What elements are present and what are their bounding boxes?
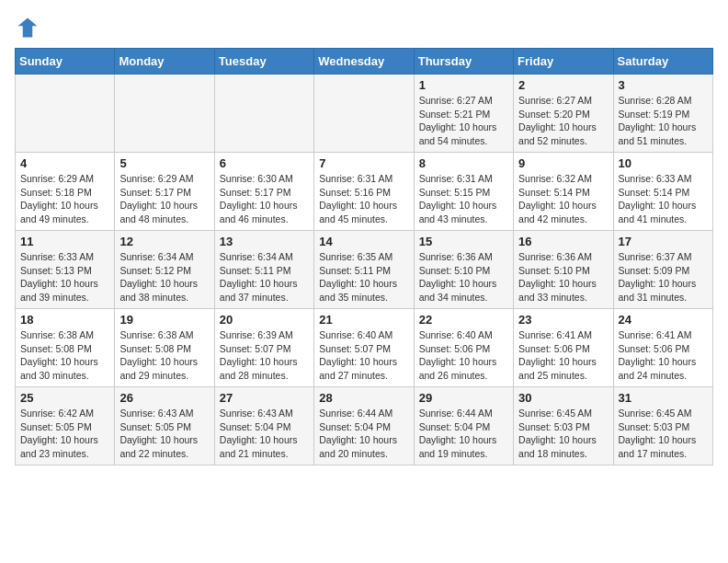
calendar-cell: 16Sunrise: 6:36 AM Sunset: 5:10 PM Dayli… bbox=[514, 231, 613, 309]
day-info: Sunrise: 6:43 AM Sunset: 5:04 PM Dayligh… bbox=[220, 407, 309, 461]
day-info: Sunrise: 6:41 AM Sunset: 5:06 PM Dayligh… bbox=[518, 328, 608, 383]
day-info: Sunrise: 6:43 AM Sunset: 5:05 PM Dayligh… bbox=[119, 407, 209, 461]
calendar-cell bbox=[16, 75, 115, 153]
calendar-cell: 6Sunrise: 6:30 AM Sunset: 5:17 PM Daylig… bbox=[214, 153, 313, 231]
day-number: 15 bbox=[419, 235, 508, 248]
calendar-cell: 10Sunrise: 6:33 AM Sunset: 5:14 PM Dayli… bbox=[613, 153, 712, 231]
day-number: 25 bbox=[20, 391, 109, 405]
calendar-cell: 7Sunrise: 6:31 AM Sunset: 5:16 PM Daylig… bbox=[314, 153, 414, 231]
day-info: Sunrise: 6:35 AM Sunset: 5:11 PM Dayligh… bbox=[319, 250, 408, 304]
calendar-cell: 20Sunrise: 6:39 AM Sunset: 5:07 PM Dayli… bbox=[214, 309, 313, 387]
day-info: Sunrise: 6:39 AM Sunset: 5:07 PM Dayligh… bbox=[220, 328, 309, 383]
calendar-cell: 30Sunrise: 6:45 AM Sunset: 5:03 PM Dayli… bbox=[514, 387, 613, 465]
calendar-cell: 17Sunrise: 6:37 AM Sunset: 5:09 PM Dayli… bbox=[613, 231, 712, 309]
calendar-cell: 23Sunrise: 6:41 AM Sunset: 5:06 PM Dayli… bbox=[514, 309, 613, 387]
calendar-cell: 18Sunrise: 6:38 AM Sunset: 5:08 PM Dayli… bbox=[16, 309, 115, 387]
logo bbox=[15, 15, 44, 40]
day-number: 8 bbox=[419, 156, 508, 170]
page-header bbox=[15, 15, 713, 40]
day-number: 24 bbox=[619, 313, 708, 327]
calendar-cell: 11Sunrise: 6:33 AM Sunset: 5:13 PM Dayli… bbox=[16, 231, 115, 309]
calendar-cell: 28Sunrise: 6:44 AM Sunset: 5:04 PM Dayli… bbox=[314, 387, 414, 465]
calendar-cell: 25Sunrise: 6:42 AM Sunset: 5:05 PM Dayli… bbox=[16, 387, 115, 465]
day-number: 16 bbox=[518, 235, 608, 248]
day-info: Sunrise: 6:27 AM Sunset: 5:21 PM Dayligh… bbox=[419, 94, 508, 148]
calendar-cell bbox=[115, 75, 214, 153]
day-info: Sunrise: 6:34 AM Sunset: 5:11 PM Dayligh… bbox=[220, 250, 309, 304]
day-info: Sunrise: 6:36 AM Sunset: 5:10 PM Dayligh… bbox=[518, 250, 608, 304]
calendar-cell: 2Sunrise: 6:27 AM Sunset: 5:20 PM Daylig… bbox=[514, 75, 613, 153]
day-number: 28 bbox=[319, 391, 408, 405]
day-info: Sunrise: 6:29 AM Sunset: 5:17 PM Dayligh… bbox=[119, 172, 209, 226]
day-info: Sunrise: 6:34 AM Sunset: 5:12 PM Dayligh… bbox=[119, 250, 209, 304]
header-cell-saturday: Saturday bbox=[613, 49, 712, 75]
day-number: 17 bbox=[619, 235, 708, 248]
day-info: Sunrise: 6:33 AM Sunset: 5:14 PM Dayligh… bbox=[619, 172, 708, 226]
day-info: Sunrise: 6:44 AM Sunset: 5:04 PM Dayligh… bbox=[319, 407, 408, 461]
svg-marker-0 bbox=[18, 18, 38, 38]
calendar-cell: 24Sunrise: 6:41 AM Sunset: 5:06 PM Dayli… bbox=[613, 309, 712, 387]
day-info: Sunrise: 6:45 AM Sunset: 5:03 PM Dayligh… bbox=[619, 407, 708, 461]
day-info: Sunrise: 6:33 AM Sunset: 5:13 PM Dayligh… bbox=[20, 250, 109, 304]
calendar-cell: 9Sunrise: 6:32 AM Sunset: 5:14 PM Daylig… bbox=[514, 153, 613, 231]
calendar-cell bbox=[314, 75, 414, 153]
week-row-1: 1Sunrise: 6:27 AM Sunset: 5:21 PM Daylig… bbox=[16, 75, 713, 153]
day-number: 12 bbox=[119, 235, 209, 248]
calendar-cell: 5Sunrise: 6:29 AM Sunset: 5:17 PM Daylig… bbox=[115, 153, 214, 231]
day-number: 29 bbox=[419, 391, 508, 405]
day-info: Sunrise: 6:31 AM Sunset: 5:15 PM Dayligh… bbox=[419, 172, 508, 226]
day-number: 10 bbox=[619, 156, 708, 170]
day-info: Sunrise: 6:31 AM Sunset: 5:16 PM Dayligh… bbox=[319, 172, 408, 226]
calendar-cell: 4Sunrise: 6:29 AM Sunset: 5:18 PM Daylig… bbox=[16, 153, 115, 231]
calendar-cell: 27Sunrise: 6:43 AM Sunset: 5:04 PM Dayli… bbox=[214, 387, 313, 465]
day-info: Sunrise: 6:42 AM Sunset: 5:05 PM Dayligh… bbox=[20, 407, 109, 461]
day-number: 18 bbox=[20, 313, 109, 327]
day-number: 27 bbox=[220, 391, 309, 405]
day-number: 1 bbox=[419, 78, 508, 92]
header-cell-thursday: Thursday bbox=[414, 49, 513, 75]
day-number: 11 bbox=[20, 235, 109, 248]
day-number: 30 bbox=[518, 391, 608, 405]
calendar-header: SundayMondayTuesdayWednesdayThursdayFrid… bbox=[16, 49, 713, 75]
day-info: Sunrise: 6:27 AM Sunset: 5:20 PM Dayligh… bbox=[518, 94, 608, 148]
calendar-cell: 1Sunrise: 6:27 AM Sunset: 5:21 PM Daylig… bbox=[414, 75, 513, 153]
calendar-cell: 22Sunrise: 6:40 AM Sunset: 5:06 PM Dayli… bbox=[414, 309, 513, 387]
calendar-cell: 13Sunrise: 6:34 AM Sunset: 5:11 PM Dayli… bbox=[214, 231, 313, 309]
calendar-cell bbox=[214, 75, 313, 153]
day-info: Sunrise: 6:28 AM Sunset: 5:19 PM Dayligh… bbox=[619, 94, 708, 148]
header-cell-friday: Friday bbox=[514, 49, 613, 75]
day-info: Sunrise: 6:40 AM Sunset: 5:07 PM Dayligh… bbox=[319, 328, 408, 383]
day-number: 5 bbox=[119, 156, 209, 170]
calendar-cell: 19Sunrise: 6:38 AM Sunset: 5:08 PM Dayli… bbox=[115, 309, 214, 387]
day-info: Sunrise: 6:45 AM Sunset: 5:03 PM Dayligh… bbox=[518, 407, 608, 461]
day-number: 4 bbox=[20, 156, 109, 170]
week-row-2: 4Sunrise: 6:29 AM Sunset: 5:18 PM Daylig… bbox=[16, 153, 713, 231]
day-number: 23 bbox=[518, 313, 608, 327]
calendar-body: 1Sunrise: 6:27 AM Sunset: 5:21 PM Daylig… bbox=[16, 75, 713, 465]
header-cell-sunday: Sunday bbox=[16, 49, 115, 75]
day-number: 7 bbox=[319, 156, 408, 170]
calendar-cell: 3Sunrise: 6:28 AM Sunset: 5:19 PM Daylig… bbox=[613, 75, 712, 153]
day-info: Sunrise: 6:38 AM Sunset: 5:08 PM Dayligh… bbox=[119, 328, 209, 383]
calendar-cell: 21Sunrise: 6:40 AM Sunset: 5:07 PM Dayli… bbox=[314, 309, 414, 387]
day-number: 6 bbox=[220, 156, 309, 170]
calendar-cell: 8Sunrise: 6:31 AM Sunset: 5:15 PM Daylig… bbox=[414, 153, 513, 231]
calendar-cell: 31Sunrise: 6:45 AM Sunset: 5:03 PM Dayli… bbox=[613, 387, 712, 465]
day-number: 13 bbox=[220, 235, 309, 248]
day-info: Sunrise: 6:37 AM Sunset: 5:09 PM Dayligh… bbox=[619, 250, 708, 304]
day-number: 20 bbox=[220, 313, 309, 327]
header-cell-wednesday: Wednesday bbox=[314, 49, 414, 75]
day-number: 14 bbox=[319, 235, 408, 248]
day-number: 9 bbox=[518, 156, 608, 170]
calendar-cell: 29Sunrise: 6:44 AM Sunset: 5:04 PM Dayli… bbox=[414, 387, 513, 465]
day-info: Sunrise: 6:44 AM Sunset: 5:04 PM Dayligh… bbox=[419, 407, 508, 461]
day-number: 31 bbox=[619, 391, 708, 405]
calendar-cell: 26Sunrise: 6:43 AM Sunset: 5:05 PM Dayli… bbox=[115, 387, 214, 465]
week-row-4: 18Sunrise: 6:38 AM Sunset: 5:08 PM Dayli… bbox=[16, 309, 713, 387]
day-number: 26 bbox=[119, 391, 209, 405]
day-info: Sunrise: 6:32 AM Sunset: 5:14 PM Dayligh… bbox=[518, 172, 608, 226]
day-info: Sunrise: 6:30 AM Sunset: 5:17 PM Dayligh… bbox=[220, 172, 309, 226]
day-info: Sunrise: 6:29 AM Sunset: 5:18 PM Dayligh… bbox=[20, 172, 109, 226]
day-number: 21 bbox=[319, 313, 408, 327]
day-number: 22 bbox=[419, 313, 508, 327]
